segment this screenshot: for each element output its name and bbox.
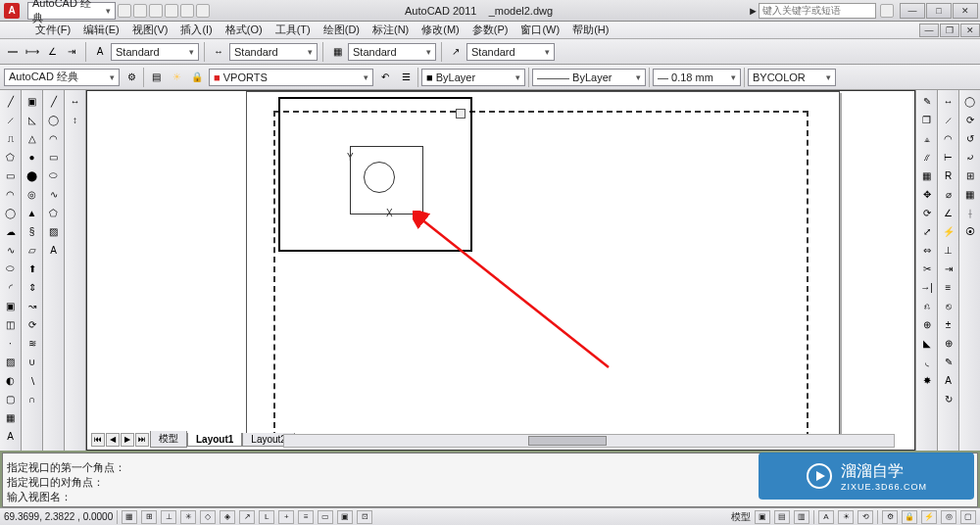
revcloud-icon[interactable]: ☁ [2, 222, 20, 240]
extend-icon[interactable]: →| [918, 278, 936, 296]
ducs-toggle[interactable]: L [259, 510, 274, 524]
ortho-toggle[interactable]: ⊥ [161, 510, 176, 524]
insert-icon[interactable]: ▣ [2, 297, 20, 314]
dyn-toggle[interactable]: + [278, 510, 294, 524]
annoauto-btn[interactable]: ⟲ [858, 510, 873, 524]
dimangular-icon[interactable]: ∠ [43, 43, 61, 61]
rectangle-icon[interactable]: ▭ [2, 167, 20, 184]
extrude-icon[interactable]: ⬆ [24, 260, 41, 277]
tab-nav-next[interactable]: ▶ [121, 433, 134, 447]
3dosnap-toggle[interactable]: ◈ [220, 510, 235, 524]
table-icon[interactable]: ▦ [2, 408, 20, 426]
mirror-icon[interactable]: ⟁ [918, 129, 936, 147]
dim-space-icon[interactable]: ≡ [940, 278, 957, 296]
tb3-g[interactable]: ⬠ [45, 204, 63, 221]
minimize-button[interactable]: — [900, 3, 925, 19]
dim-edit-icon[interactable]: ✎ [940, 353, 957, 370]
dim-linear2-icon[interactable]: ↔ [940, 92, 957, 110]
menu-dim[interactable]: 标注(N) [367, 22, 415, 38]
cylinder-icon[interactable]: ⬤ [24, 167, 41, 184]
menu-modify[interactable]: 修改(M) [416, 22, 466, 38]
dimstyle-icon[interactable] [4, 43, 22, 61]
plotstyle-combo[interactable]: BYCOLOR [748, 69, 836, 86]
explode-icon[interactable]: ✸ [918, 371, 936, 389]
layer-manager-icon[interactable]: ▤ [147, 69, 165, 86]
mleaderstyle-icon[interactable]: ↗ [447, 43, 465, 61]
spline-icon[interactable]: ∿ [2, 241, 20, 259]
textstyle-combo[interactable]: Standard [111, 43, 199, 61]
r3-g[interactable]: ⟊ [961, 204, 979, 221]
chamfer-icon[interactable]: ◣ [918, 334, 936, 352]
box-icon[interactable]: ▣ [24, 92, 41, 110]
dim-ang-icon[interactable]: ∠ [940, 204, 957, 221]
r3-b[interactable]: ⟳ [961, 111, 979, 128]
lineweight-combo[interactable]: — 0.18 mm [653, 69, 741, 86]
helix-icon[interactable]: § [24, 222, 41, 240]
wedge-icon[interactable]: ◺ [24, 111, 41, 128]
menu-help[interactable]: 帮助(H) [566, 22, 614, 38]
menu-draw[interactable]: 绘图(D) [318, 22, 366, 38]
tb3-d[interactable]: ▭ [45, 148, 63, 166]
dim-cont-icon[interactable]: ⇥ [940, 260, 957, 277]
menu-window[interactable]: 窗口(W) [514, 22, 565, 38]
doc-minimize-button[interactable]: — [919, 24, 939, 37]
qat-undo-icon[interactable] [165, 4, 178, 18]
tab-model[interactable]: 模型 [150, 431, 187, 448]
cone-icon[interactable]: △ [24, 129, 41, 147]
scrollbar-thumb[interactable] [528, 436, 607, 446]
hatch-icon[interactable]: ▨ [2, 353, 20, 370]
tablestyle-combo[interactable]: Standard [348, 43, 436, 61]
r3-h[interactable]: ⦿ [961, 222, 979, 240]
otrack-toggle[interactable]: ↗ [239, 510, 255, 524]
tab-nav-last[interactable]: ⏭ [135, 433, 149, 447]
fillet-icon[interactable]: ◟ [918, 353, 936, 370]
tb3-c[interactable]: ◠ [45, 129, 63, 147]
arc-icon[interactable]: ◠ [2, 185, 20, 203]
dim-dia-icon[interactable]: ⌀ [940, 185, 957, 203]
region-icon[interactable]: ▢ [2, 390, 20, 407]
line-icon[interactable]: ╱ [2, 92, 20, 110]
textstyle-icon[interactable]: A [91, 43, 109, 61]
sc-toggle[interactable]: ⊡ [357, 510, 372, 524]
drawing-canvas[interactable]: Y X ⏮ ◀ ▶ ⏭ 模型 Layout1 Layout2 [86, 90, 915, 451]
dim-aligned-icon[interactable]: ⟋ [940, 111, 957, 128]
qat-save-icon[interactable] [149, 4, 163, 18]
tb3-a[interactable]: ╱ [45, 92, 63, 110]
planar-icon[interactable]: ▱ [24, 241, 41, 259]
tab-nav-first[interactable]: ⏮ [91, 433, 105, 447]
help-icon[interactable] [880, 4, 894, 18]
menu-view[interactable]: 视图(V) [126, 22, 174, 38]
point-icon[interactable]: · [2, 334, 20, 352]
stretch-icon[interactable]: ⇔ [918, 241, 936, 259]
lwt-toggle[interactable]: ≡ [298, 510, 314, 524]
ws-switch-btn[interactable]: ⚙ [882, 510, 898, 524]
r3-e[interactable]: ⊞ [961, 167, 979, 184]
qat-open-icon[interactable] [133, 4, 147, 18]
cleanscreen-btn[interactable]: ▢ [960, 510, 976, 524]
r3-d[interactable]: ⤾ [961, 148, 979, 166]
osnap-toggle[interactable]: ◇ [200, 510, 216, 524]
torus-icon[interactable]: ◎ [24, 185, 41, 203]
selection-grip[interactable] [456, 109, 466, 119]
tab-nav-prev[interactable]: ◀ [106, 433, 120, 447]
color-combo[interactable]: ■ ByLayer [421, 69, 525, 86]
workspace-combo[interactable]: AutoCAD 经典 [27, 2, 116, 20]
snap-toggle[interactable]: ▦ [122, 510, 137, 524]
intersect-icon[interactable]: ∩ [24, 390, 41, 407]
loft-icon[interactable]: ≋ [24, 334, 41, 352]
tablestyle-icon[interactable]: ▦ [328, 43, 346, 61]
modelspace-btn[interactable]: ▣ [755, 510, 770, 524]
annoscale-btn[interactable]: A [818, 510, 834, 524]
dimstyle-combo[interactable]: Standard [229, 43, 318, 61]
tpy-toggle[interactable]: ▭ [318, 510, 333, 524]
array-icon[interactable]: ▦ [918, 167, 936, 184]
maximize-button[interactable]: □ [926, 3, 952, 19]
gear-icon[interactable]: ⚙ [122, 69, 140, 86]
qat-redo-icon[interactable] [180, 4, 194, 18]
layer-combo[interactable]: ■ VPORTS [209, 69, 373, 86]
dim-ord-icon[interactable]: ⊢ [940, 148, 957, 166]
tolerance-icon[interactable]: ± [940, 315, 957, 333]
rotate-icon[interactable]: ⟳ [918, 204, 936, 221]
doc-restore-button[interactable]: ❐ [940, 24, 959, 37]
sweep-icon[interactable]: ↝ [24, 297, 41, 314]
